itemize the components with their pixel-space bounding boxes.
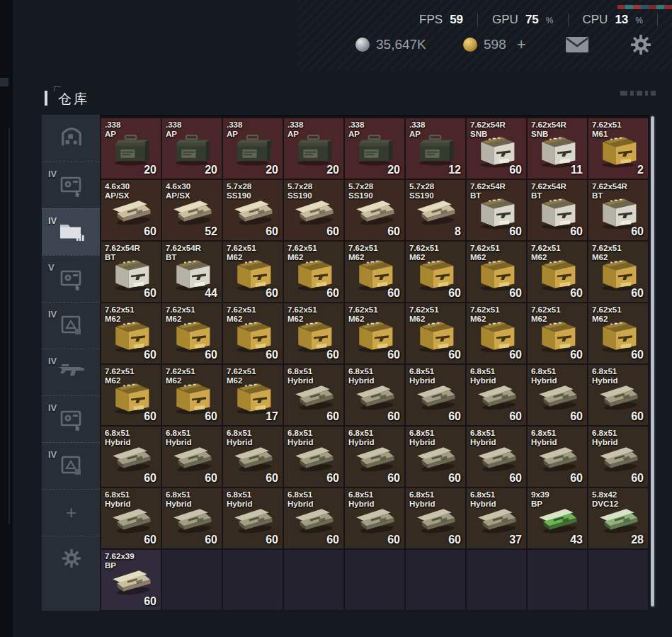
inventory-item-cell[interactable]: 7.62x51M6260: [588, 303, 648, 363]
inventory-item-cell[interactable]: .338AP20: [101, 118, 161, 179]
item-label: 6.8x51Hybrid: [105, 490, 130, 508]
inventory-item-cell[interactable]: 7.62x51M6260: [406, 303, 465, 363]
ammo-case-icon: [59, 171, 84, 200]
inventory-item-cell[interactable]: 7.62x54RSNB11: [528, 118, 587, 179]
inventory-item-cell[interactable]: 6.8x51Hybrid60: [162, 488, 222, 548]
sidebar-tab-ammo-case-2[interactable]: V: [42, 255, 101, 302]
inventory-item-cell[interactable]: .338AP20: [223, 118, 283, 179]
inventory-item-cell[interactable]: 6.8x51Hybrid60: [284, 488, 343, 548]
inventory-item-cell[interactable]: 6.8x51Hybrid60: [345, 427, 404, 487]
inventory-item-cell[interactable]: 7.62x51M6260: [406, 242, 465, 302]
inventory-item-cell[interactable]: 7.62x51M6260: [223, 303, 283, 363]
item-label: 5.8x42DVC12: [592, 490, 618, 508]
inventory-item-cell[interactable]: 5.7x28SS19060: [345, 180, 404, 240]
inventory-item-cell[interactable]: 6.8x51Hybrid60: [588, 427, 648, 487]
inventory-item-cell[interactable]: 7.62x51M6260: [467, 242, 526, 302]
inventory-item-cell[interactable]: 7.62x51M6217: [223, 365, 283, 425]
inventory-item-cell[interactable]: 6.8x51Hybrid60: [467, 427, 526, 487]
cpu-readout: CPU 13 %: [569, 13, 658, 27]
sidebar-tab-ammo-folder[interactable]: IV: [42, 208, 101, 255]
inventory-item-cell[interactable]: 6.8x51Hybrid60: [406, 488, 465, 548]
inventory-item-cell[interactable]: 7.62x51M612: [588, 118, 648, 179]
inventory-item-cell[interactable]: 7.62x51M6260: [528, 242, 587, 302]
inventory-item-cell[interactable]: 7.62x51M6260: [162, 303, 222, 363]
inventory-item-cell[interactable]: 6.8x51Hybrid60: [588, 365, 648, 425]
inventory-item-cell[interactable]: 7.62x54RSNB60: [467, 118, 526, 179]
inventory-item-cell[interactable]: 7.62x54RBT44: [162, 242, 222, 302]
inventory-item-cell[interactable]: .338AP20: [284, 118, 343, 179]
inventory-item-cell[interactable]: 7.62x51M6260: [223, 242, 283, 302]
inventory-item-cell[interactable]: .338AP12: [406, 118, 465, 179]
sidebar-tab-weapon-case[interactable]: IV: [42, 349, 101, 395]
inventory-item-cell[interactable]: 6.8x51Hybrid60: [406, 365, 465, 425]
inventory-item-cell[interactable]: 7.62x51M6260: [467, 303, 526, 363]
inventory-item-cell[interactable]: 5.7x28SS1908: [406, 180, 465, 240]
inventory-cell-empty: [406, 550, 465, 610]
inventory-item-cell[interactable]: 7.62x51M6260: [588, 242, 648, 302]
inventory-item-cell[interactable]: 7.62x51M6260: [101, 303, 161, 363]
inventory-item-cell[interactable]: 7.62x51M6260: [162, 365, 222, 425]
inventory-item-cell[interactable]: 5.8x42DVC1228: [588, 488, 648, 548]
inventory-item-cell[interactable]: 7.62x51M6260: [101, 365, 161, 425]
inventory-item-cell[interactable]: 5.7x28SS19060: [223, 180, 283, 240]
item-count: 60: [448, 534, 461, 546]
sidebar-tab-ammo-case-3[interactable]: IV: [42, 302, 101, 349]
inventory-item-cell[interactable]: 6.8x51Hybrid60: [345, 488, 404, 548]
inventory-item-cell[interactable]: 6.8x51Hybrid60: [162, 427, 222, 487]
inventory-item-cell[interactable]: 6.8x51Hybrid60: [223, 427, 283, 487]
inventory-item-cell[interactable]: 6.8x51Hybrid37: [467, 488, 526, 548]
inventory-item-cell[interactable]: 6.8x51Hybrid60: [284, 365, 343, 425]
inventory-item-cell[interactable]: 7.62x51M6260: [284, 242, 343, 302]
inventory-item-cell[interactable]: 6.8x51Hybrid60: [406, 427, 465, 487]
inventory-item-cell[interactable]: 6.8x51Hybrid60: [345, 365, 404, 425]
inventory-item-cell[interactable]: 4.6x30AP/SX60: [101, 180, 161, 240]
weapon-gun-icon: [57, 361, 86, 385]
inventory-item-cell[interactable]: 9x39BP43: [528, 488, 587, 548]
inventory-item-cell[interactable]: 6.8x51Hybrid60: [528, 365, 587, 425]
inventory-item-cell[interactable]: 6.8x51Hybrid60: [223, 488, 283, 548]
sidebar-tab-ammo-case-5[interactable]: IV: [42, 442, 101, 489]
inventory-item-cell[interactable]: 7.62x39BP60: [101, 550, 161, 610]
case-triangle-icon: [59, 312, 84, 340]
item-label: 7.62x54RBT: [531, 182, 566, 200]
item-label: .338AP: [227, 120, 242, 138]
inventory-item-cell[interactable]: .338AP20: [162, 118, 222, 179]
inventory-item-cell[interactable]: 7.62x51M6260: [528, 303, 587, 363]
inventory-item-cell[interactable]: 6.8x51Hybrid60: [284, 427, 343, 487]
inventory-item-cell[interactable]: 6.8x51Hybrid60: [528, 427, 587, 487]
inventory-cell-empty: [467, 550, 526, 610]
inventory-item-cell[interactable]: 5.7x28SS19060: [284, 180, 343, 240]
inventory-item-cell[interactable]: 4.6x30AP/SX52: [162, 180, 222, 240]
inventory-item-cell[interactable]: 6.8x51Hybrid60: [467, 365, 526, 425]
inventory-item-cell[interactable]: 7.62x54RBT60: [528, 180, 587, 240]
item-label: 7.62x51M62: [348, 305, 378, 323]
inventory-item-cell[interactable]: 7.62x54RBT60: [588, 180, 648, 240]
inventory-item-cell[interactable]: 7.62x54RBT60: [467, 180, 526, 240]
performance-bar: FPS 59 GPU 75 % CPU 13 % 延迟: [405, 11, 672, 28]
item-count: 60: [387, 534, 400, 546]
inventory-item-cell[interactable]: 7.62x51M6260: [284, 303, 343, 363]
inventory-item-cell[interactable]: 7.62x51M6260: [345, 303, 404, 363]
add-gold-button[interactable]: +: [517, 35, 526, 54]
inventory-item-cell[interactable]: 7.62x54RBT60: [101, 242, 161, 302]
settings-gear-icon[interactable]: [630, 34, 651, 55]
inventory-item-cell[interactable]: 6.8x51Hybrid60: [101, 488, 161, 548]
sidebar-tab-add-tab[interactable]: +: [42, 489, 101, 536]
tier-label: IV: [48, 215, 57, 226]
inventory-item-cell[interactable]: .338AP20: [345, 118, 404, 179]
item-label: 6.8x51Hybrid: [166, 490, 191, 508]
item-count: 60: [266, 349, 278, 361]
inventory-cell-empty: [223, 550, 283, 610]
scrollbar-thumb[interactable]: [651, 116, 654, 607]
item-count: 60: [266, 287, 278, 300]
sidebar-tab-settings-tab[interactable]: [42, 536, 101, 582]
sidebar-tab-storage[interactable]: [42, 115, 101, 162]
inventory-item-cell[interactable]: 6.8x51Hybrid60: [101, 427, 161, 487]
inventory-item-cell[interactable]: 7.62x51M6260: [345, 242, 404, 302]
sidebar-tab-ammo-case-4[interactable]: IV: [42, 395, 101, 442]
item-label: 6.8x51Hybrid: [348, 490, 374, 508]
item-count: 60: [205, 534, 217, 546]
item-label: 7.62x51M62: [166, 305, 195, 323]
mail-icon[interactable]: [564, 34, 590, 55]
sidebar-tab-ammo-case-1[interactable]: IV: [42, 162, 101, 208]
